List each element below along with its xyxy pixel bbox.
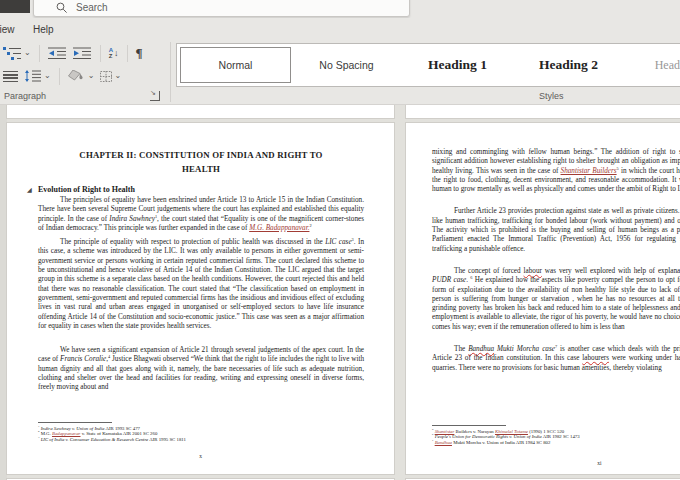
tab-view[interactable]: View (0, 24, 21, 35)
window-corner-fragment (0, 0, 30, 13)
style-heading-2[interactable]: Heading 2 (513, 47, 624, 83)
borders-button[interactable]: ⌄ (97, 66, 124, 86)
chevron-down-icon: ⌄ (114, 72, 121, 80)
tab-help[interactable]: Help (33, 24, 54, 35)
heading-collapse-triangle-icon[interactable]: ◢ (27, 186, 32, 193)
separator (59, 68, 60, 85)
multilevel-list-icon (3, 47, 22, 60)
decrease-indent-button[interactable] (45, 43, 70, 63)
paragraph: The principles of equality have been ens… (38, 196, 364, 233)
increase-indent-icon (73, 47, 92, 60)
paragraph: The Bandhua Mukti Morcha case7 is anothe… (432, 345, 680, 373)
styles-group-label: Styles (539, 91, 564, 101)
line-spacing-icon (24, 70, 42, 82)
paragraph: We have seen a significant expansion of … (38, 346, 364, 392)
chevron-down-icon: ⌄ (88, 72, 95, 80)
footnote-separator (432, 425, 506, 426)
word-app-window: { "titlebar": { "search_placeholder": "S… (0, 0, 680, 480)
separator (100, 45, 101, 62)
chapter-heading-line2: HEALTH (38, 162, 364, 176)
ribbon-tab-row: View Help (0, 18, 680, 40)
paragraph-group-label: Paragraph (4, 91, 46, 101)
style-heading-3[interactable]: Heading 3 (624, 47, 680, 83)
shading-icon (68, 70, 86, 82)
paragraph-dialog-launcher[interactable]: ↘ (150, 91, 160, 101)
borders-icon (100, 71, 112, 82)
paragraph: The principle of equality with respect t… (38, 238, 364, 331)
document-page-left[interactable]: CHAPTER II: CONSTITUTION OF INDIA AND RI… (7, 123, 394, 474)
footnote: 7 Bandhua Mukti Morcha v. Union of India… (432, 440, 680, 445)
corner-arrow-icon: ↘ (150, 89, 156, 97)
paragraph: mixing and commingling with fellow human… (432, 148, 680, 194)
shading-button[interactable]: ⌄ (65, 66, 98, 86)
paragraph: The concept of forced labour was very we… (432, 267, 680, 332)
increase-indent-button[interactable] (70, 43, 95, 63)
chapter-heading-line1: CHAPTER II: CONSTITUTION OF INDIA AND RI… (38, 148, 364, 162)
paragraph: Further Article 23 provides protection a… (432, 207, 680, 253)
footnote-area: 5 Shantistar Builders v. Narayan Khimala… (432, 425, 680, 445)
sort-down-arrow-icon: ↓ (114, 48, 119, 58)
justify-icon (3, 71, 18, 82)
sort-button[interactable]: AZ ↓ (106, 43, 122, 63)
previous-page-bottom-left (7, 105, 394, 118)
footnote: 3 LIC of India v. Consumer Education & R… (38, 437, 364, 442)
chevron-down-icon: ⌄ (44, 72, 51, 80)
ribbon-home-paragraph-styles: ⌄ AZ ↓ ¶ (0, 40, 680, 104)
footnote-area: 1 Indira Sawhney v. Union of India AIR 1… (38, 422, 364, 442)
show-formatting-marks-button[interactable]: ¶ (133, 43, 146, 63)
justify-button[interactable] (0, 66, 21, 86)
line-spacing-button[interactable]: ⌄ (21, 66, 54, 86)
separator (127, 45, 128, 62)
title-bar: Search (0, 0, 680, 18)
decrease-indent-icon (48, 47, 67, 60)
footnote-separator (38, 422, 112, 423)
previous-page-bottom-right (406, 105, 680, 118)
chevron-down-icon: ⌄ (24, 49, 31, 57)
styles-gallery: Normal No Spacing Heading 1 Heading 2 He… (176, 43, 680, 87)
section-subheading: ◢ Evolution of Right to Health (38, 185, 364, 194)
pilcrow-icon: ¶ (136, 45, 143, 61)
style-heading-1[interactable]: Heading 1 (402, 47, 513, 83)
style-normal[interactable]: Normal (180, 47, 291, 83)
style-no-spacing[interactable]: No Spacing (291, 47, 402, 83)
page-number: xi (406, 460, 680, 466)
search-placeholder: Search (76, 2, 108, 14)
separator (39, 45, 40, 62)
multilevel-list-button[interactable]: ⌄ (0, 43, 34, 63)
search-input[interactable]: Search (33, 0, 410, 17)
document-canvas: CHAPTER II: CONSTITUTION OF INDIA AND RI… (0, 104, 680, 480)
sort-az-icon: AZ (109, 47, 113, 59)
document-page-right[interactable]: mixing and commingling with fellow human… (406, 123, 680, 474)
canvas-margin (0, 105, 7, 480)
page-number: x (7, 453, 394, 459)
search-icon (56, 2, 68, 14)
group-separator (170, 42, 171, 102)
